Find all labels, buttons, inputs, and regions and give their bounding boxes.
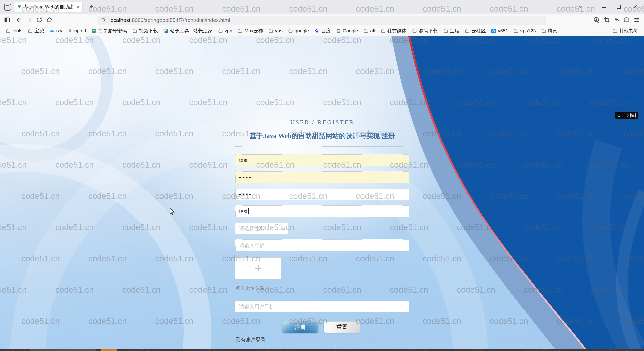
bookmark-item[interactable]: 站长工具 - 站长之家 [161,27,215,35]
bookmark-item[interactable]: tools [4,27,25,35]
bookmark-item[interactable]: aff [361,27,378,35]
bookmark-item[interactable]: 共享账号密码 [89,27,129,35]
google-icon [336,29,341,33]
bookmark-item[interactable]: 宝藏 [26,27,46,35]
bookmark-item[interactable]: Max云梯 [235,27,265,35]
bookmark-label: 站长工具 - 站长之家 [170,28,213,34]
bookmark-label: 宝藏 [34,28,44,34]
bookmark-item[interactable]: 视频下载 [130,27,160,35]
bookmark-label: vps123 [520,28,536,34]
screenshot-button[interactable] [602,15,612,25]
back-button[interactable] [14,15,24,25]
tab-overflow-button[interactable] [576,0,586,14]
username-input[interactable] [235,154,409,166]
gender-select[interactable]: 请选择性别 [235,223,288,234]
folder-icon [28,29,33,33]
url-host: localhost [109,17,130,23]
register-form: USER / REGISTER 基于Java Web的自助甜品网站的设计与实现 … [235,119,409,343]
taskbar-segment [30,349,96,351]
bookmark-item[interactable]: vps [266,27,285,35]
tab-close-icon[interactable]: × [76,4,80,10]
vue-favicon [17,4,22,9]
url-path: :8080/springboot554f7/front/dist/index.h… [130,17,230,23]
password-input[interactable] [235,171,409,183]
page-background: USER / REGISTER 基于Java Web的自助甜品网站的设计与实现 … [0,36,644,349]
bookmark-item[interactable]: 腾讯 [539,27,560,35]
text-caret [248,208,249,214]
dotted-divider [235,146,409,147]
chevron-down-icon [579,4,583,8]
bookmark-item[interactable]: vpn [216,27,235,35]
home-button[interactable] [44,15,54,25]
folder-icon [541,29,546,33]
page-title: 基于Java Web的自助甜品网站的设计与实现 注册 [235,131,409,141]
account-button[interactable] [592,15,602,25]
form-eyebrow: USER / REGISTER [235,119,409,126]
folder-icon [132,29,137,33]
other-bookmarks-button[interactable]: 其他书签 [610,27,640,35]
url-text: localhost:8080/springboot554f7/front/dis… [109,17,230,23]
age-input[interactable] [235,239,409,251]
bookmark-item[interactable]: vps123 [511,27,538,35]
bookmark-label: uplod [74,28,86,34]
bookmark-item[interactable]: txy [47,27,64,35]
folder-icon [381,29,386,33]
folder-icon [6,29,11,33]
taskbar-highlight-segment [101,349,117,351]
upload-hint-label: 点击上传头像 [235,285,409,291]
forward-button[interactable] [24,15,34,25]
extensions-button[interactable] [622,15,632,25]
bookmark-item[interactable]: 社交媒体 [379,27,409,35]
bookmark-label: v651 [498,28,508,34]
search-icon [101,17,106,23]
ime-indicator[interactable]: CH ☽ 简 [615,112,638,119]
reload-button[interactable] [34,15,44,25]
reset-button[interactable]: 重置 [324,321,360,333]
account-icon [593,17,600,23]
browser-tab-strip: 基于Java Web的自助甜品网站 × + – × [0,0,644,14]
ime-lang: CH [617,113,624,118]
register-button[interactable]: 注册 [282,321,318,333]
sidebar-toggle-button[interactable] [2,15,12,25]
phone-input[interactable] [235,301,409,312]
browser-tab[interactable]: 基于Java Web的自助甜品网站 × [14,2,82,12]
cloud-icon [50,29,54,33]
restore-button[interactable] [611,0,626,14]
new-tab-button[interactable]: + [88,3,95,11]
bookmark-label: Google [343,28,358,34]
home-icon [46,17,53,23]
folder-icon [288,29,293,33]
avatar-upload-box[interactable]: + [235,257,281,279]
folder-icon [412,29,417,33]
bookmark-label: 百度 [321,28,331,34]
close-window-button[interactable]: × [628,0,643,14]
bookmark-item[interactable]: Google [334,27,360,35]
windows-taskbar-edge[interactable] [0,349,644,351]
ime-moon-icon: ☽ [625,113,629,118]
session-restore-button[interactable] [612,15,622,25]
minimize-button[interactable]: – [596,0,611,14]
sidebar-icon [4,17,10,23]
bookmark-item[interactable]: 云社区 [463,27,488,35]
bookmark-label: 腾讯 [548,28,557,34]
bookmark-label: 宝塔 [450,28,459,34]
plus-icon: + [255,262,262,274]
folder-icon [514,29,518,33]
bookmark-item[interactable]: google [286,27,311,35]
confirm-password-input[interactable] [235,189,409,200]
bookmark-item[interactable]: 宝塔 [441,27,462,35]
bookmark-label: Max云梯 [244,28,263,34]
restore-icon [617,5,621,9]
bookmark-item[interactable]: uplod [65,27,88,35]
sheet-icon [92,29,96,33]
name-input[interactable] [235,205,409,217]
login-link[interactable]: 已有账户登录 [235,336,266,343]
address-bar[interactable]: localhost:8080/springboot554f7/front/dis… [97,16,546,25]
bookmark-item[interactable]: 百度 [312,27,333,35]
bookmark-item[interactable]: 源码下载 [410,27,440,35]
undo-arrow-icon [614,17,620,23]
bookmark-label: vpn [225,28,232,34]
bookmark-item[interactable]: v651 [489,27,510,35]
firefox-view-icon[interactable] [4,4,11,11]
menu-button[interactable] [632,15,642,25]
